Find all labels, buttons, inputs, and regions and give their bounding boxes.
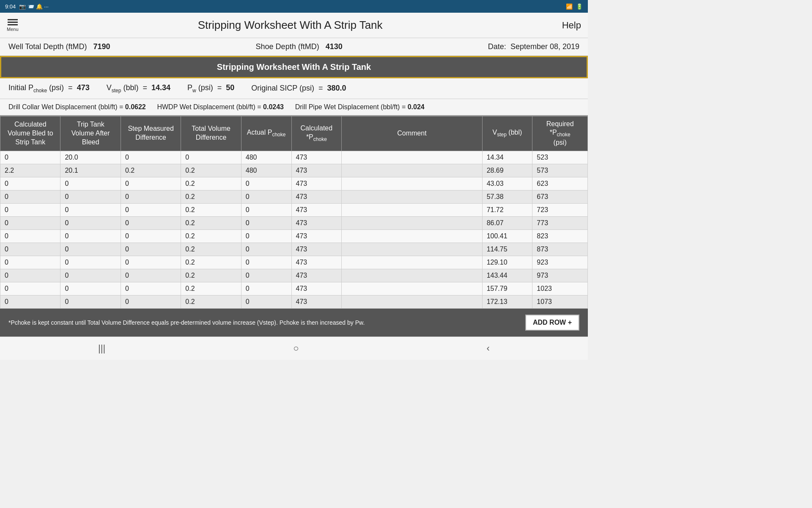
status-bar: 9:04 📷 📨 🔔 ··· 📶 🔋 bbox=[0, 0, 588, 13]
table-body: 0 20.0 0 0 480 473 14.34 523 2.2 20.1 0.… bbox=[0, 151, 588, 308]
cell-trip-tank: 0 bbox=[60, 256, 121, 269]
cell-trip-tank: 0 bbox=[60, 216, 121, 229]
cell-req-p: 1023 bbox=[532, 282, 588, 295]
shoe-depth: Shoe Depth (ftMD) 4130 bbox=[256, 42, 343, 51]
cell-total-vol: 0.2 bbox=[181, 216, 241, 229]
cell-total-vol: 0.2 bbox=[181, 177, 241, 190]
cell-step-meas: 0 bbox=[121, 216, 181, 229]
cell-calc-vol: 0 bbox=[0, 282, 60, 295]
nav-home-icon[interactable]: ○ bbox=[293, 343, 299, 354]
table-row[interactable]: 0 0 0 0.2 0 473 71.72 723 bbox=[0, 203, 588, 216]
cell-total-vol: 0.2 bbox=[181, 282, 241, 295]
nav-menu-icon[interactable]: ||| bbox=[98, 343, 105, 354]
table-row[interactable]: 0 0 0 0.2 0 473 57.38 673 bbox=[0, 190, 588, 203]
table-row[interactable]: 0 0 0 0.2 0 473 86.07 773 bbox=[0, 216, 588, 229]
cell-calc-p: 473 bbox=[291, 243, 342, 256]
cell-step-meas: 0 bbox=[121, 269, 181, 282]
cell-vstep: 28.69 bbox=[482, 164, 532, 177]
cell-req-p: 923 bbox=[532, 256, 588, 269]
cell-total-vol: 0.2 bbox=[181, 269, 241, 282]
cell-actual-p: 0 bbox=[241, 256, 291, 269]
cell-actual-p: 480 bbox=[241, 164, 291, 177]
cell-req-p: 1073 bbox=[532, 295, 588, 308]
cell-comment bbox=[342, 164, 482, 177]
cell-req-p: 823 bbox=[532, 229, 588, 243]
nav-back-icon[interactable]: ‹ bbox=[487, 343, 490, 354]
sicp-param: Original SICP (psi) = 380.0 bbox=[251, 84, 346, 93]
table-row[interactable]: 0 0 0 0.2 0 473 114.75 873 bbox=[0, 243, 588, 256]
table-row[interactable]: 0 0 0 0.2 0 473 143.44 973 bbox=[0, 269, 588, 282]
cell-actual-p: 0 bbox=[241, 203, 291, 216]
cell-calc-p: 473 bbox=[291, 151, 342, 164]
cell-step-meas: 0 bbox=[121, 151, 181, 164]
table-header-row: CalculatedVolume Bled toStrip Tank Trip … bbox=[0, 116, 588, 151]
cell-trip-tank: 0 bbox=[60, 177, 121, 190]
table-row[interactable]: 0 0 0 0.2 0 473 43.03 623 bbox=[0, 177, 588, 190]
cell-comment bbox=[342, 216, 482, 229]
date: Date: September 08, 2019 bbox=[488, 42, 579, 51]
header-calc-p: Calculated*Pchoke bbox=[291, 116, 342, 151]
menu-bar-2 bbox=[8, 22, 18, 23]
header-trip-tank: Trip TankVolume AfterBleed bbox=[60, 116, 121, 151]
add-row-button[interactable]: ADD ROW + bbox=[525, 315, 579, 331]
cell-step-meas: 0 bbox=[121, 282, 181, 295]
wifi-icon: 📶 bbox=[566, 3, 573, 10]
cell-comment bbox=[342, 151, 482, 164]
cell-total-vol: 0.2 bbox=[181, 203, 241, 216]
cell-actual-p: 0 bbox=[241, 216, 291, 229]
cell-req-p: 973 bbox=[532, 269, 588, 282]
cell-calc-p: 473 bbox=[291, 295, 342, 308]
table-row[interactable]: 2.2 20.1 0.2 0.2 480 473 28.69 573 bbox=[0, 164, 588, 177]
cell-calc-vol: 0 bbox=[0, 203, 60, 216]
cell-total-vol: 0 bbox=[181, 151, 241, 164]
menu-button[interactable]: Menu bbox=[7, 19, 19, 32]
cell-comment bbox=[342, 269, 482, 282]
cell-comment bbox=[342, 256, 482, 269]
cell-calc-vol: 2.2 bbox=[0, 164, 60, 177]
initial-p-param: Initial Pchoke (psi) = 473 bbox=[8, 83, 90, 94]
cell-step-meas: 0 bbox=[121, 243, 181, 256]
dc-displacement: Drill Collar Wet Displacement (bbl/ft) =… bbox=[8, 103, 148, 110]
table-row[interactable]: 0 20.0 0 0 480 473 14.34 523 bbox=[0, 151, 588, 164]
cell-step-meas: 0.2 bbox=[121, 164, 181, 177]
cell-total-vol: 0.2 bbox=[181, 190, 241, 203]
status-time: 9:04 bbox=[5, 3, 16, 10]
cell-calc-p: 473 bbox=[291, 190, 342, 203]
cell-total-vol: 0.2 bbox=[181, 229, 241, 243]
header-actual-p: Actual Pchoke bbox=[241, 116, 291, 151]
cell-step-meas: 0 bbox=[121, 177, 181, 190]
dp-displacement: Drill Pipe Wet Displacement (bbl/ft) = 0… bbox=[295, 103, 425, 110]
status-left: 9:04 📷 📨 🔔 ··· bbox=[5, 3, 49, 10]
cell-calc-vol: 0 bbox=[0, 256, 60, 269]
displacement-row: Drill Collar Wet Displacement (bbl/ft) =… bbox=[0, 99, 588, 116]
cell-calc-vol: 0 bbox=[0, 216, 60, 229]
table-row[interactable]: 0 0 0 0.2 0 473 172.13 1073 bbox=[0, 295, 588, 308]
table-row[interactable]: 0 0 0 0.2 0 473 100.41 823 bbox=[0, 229, 588, 243]
cell-step-meas: 0 bbox=[121, 295, 181, 308]
cell-comment bbox=[342, 203, 482, 216]
header-step-meas: Step MeasuredDifference bbox=[121, 116, 181, 151]
table-row[interactable]: 0 0 0 0.2 0 473 129.10 923 bbox=[0, 256, 588, 269]
cell-actual-p: 0 bbox=[241, 282, 291, 295]
table-row[interactable]: 0 0 0 0.2 0 473 157.79 1023 bbox=[0, 282, 588, 295]
cell-calc-p: 473 bbox=[291, 229, 342, 243]
cell-req-p: 673 bbox=[532, 190, 588, 203]
cell-comment bbox=[342, 177, 482, 190]
section-header: Stripping Worksheet With A Strip Tank bbox=[0, 56, 588, 78]
cell-req-p: 573 bbox=[532, 164, 588, 177]
cell-actual-p: 0 bbox=[241, 177, 291, 190]
cell-actual-p: 0 bbox=[241, 295, 291, 308]
cell-calc-vol: 0 bbox=[0, 151, 60, 164]
cell-calc-p: 473 bbox=[291, 164, 342, 177]
cell-req-p: 773 bbox=[532, 216, 588, 229]
cell-req-p: 623 bbox=[532, 177, 588, 190]
help-button[interactable]: Help bbox=[562, 20, 581, 31]
cell-calc-vol: 0 bbox=[0, 295, 60, 308]
cell-step-meas: 0 bbox=[121, 256, 181, 269]
cell-comment bbox=[342, 229, 482, 243]
cell-actual-p: 0 bbox=[241, 243, 291, 256]
cell-req-p: 873 bbox=[532, 243, 588, 256]
cell-trip-tank: 20.0 bbox=[60, 151, 121, 164]
cell-calc-p: 473 bbox=[291, 203, 342, 216]
cell-trip-tank: 0 bbox=[60, 190, 121, 203]
